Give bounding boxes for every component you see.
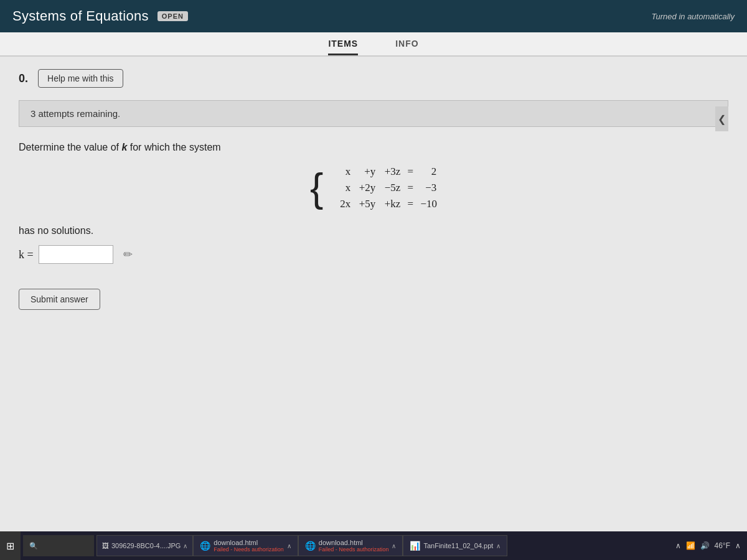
browser-icon-2: 🌐 bbox=[305, 541, 316, 551]
eq3-value: −10 bbox=[418, 198, 437, 210]
browser-icon-1: 🌐 bbox=[200, 541, 210, 551]
brace-icon: { bbox=[310, 168, 323, 208]
eq3-term2: +5y bbox=[353, 198, 375, 210]
taskbar-jpg-item[interactable]: 🖼 309629-8BC0-4....JPG ∧ bbox=[96, 535, 193, 556]
jpg-label: 309629-8BC0-4....JPG bbox=[111, 542, 181, 549]
eq3-var1: 2x bbox=[328, 198, 350, 210]
taskbar-search[interactable] bbox=[38, 542, 88, 549]
eq1-term3: +3z bbox=[378, 166, 400, 178]
notification-chevron[interactable]: ∧ bbox=[735, 541, 741, 550]
k-input-row: k = ✏ bbox=[19, 245, 728, 264]
attempts-remaining: 3 attempts remaining. bbox=[19, 100, 728, 127]
question-text: Determine the value of k for which the s… bbox=[19, 142, 728, 153]
chevron-up-icon[interactable]: ∧ bbox=[675, 541, 681, 550]
taskbar-download2[interactable]: 🌐 download.html Failed - Needs authoriza… bbox=[298, 535, 403, 556]
equation-row-1: x +y +3z = 2 bbox=[328, 166, 437, 178]
equations-block: x +y +3z = 2 x +2y −5z = −3 2x bbox=[328, 166, 437, 210]
ppt-name: TanFinite11_02_04.ppt bbox=[423, 542, 493, 549]
status-badge: OPEN bbox=[157, 11, 188, 21]
pencil-icon: ✏ bbox=[123, 248, 133, 261]
tab-items[interactable]: ITEMS bbox=[328, 39, 358, 55]
download2-name: download.html bbox=[319, 539, 389, 546]
taskbar-download1[interactable]: 🌐 download.html Failed - Needs authoriza… bbox=[193, 535, 298, 556]
eq1-equals: = bbox=[403, 166, 415, 178]
taskbar-ppt-item[interactable]: 📊 TanFinite11_02_04.ppt ∧ bbox=[403, 535, 507, 556]
submit-answer-button[interactable]: Submit answer bbox=[19, 289, 100, 310]
no-solutions-text: has no solutions. bbox=[19, 225, 728, 236]
download1-name: download.html bbox=[214, 539, 284, 546]
equation-row-2: x +2y −5z = −3 bbox=[328, 182, 437, 194]
eq2-term3: −5z bbox=[378, 182, 400, 194]
eq3-equals: = bbox=[403, 198, 415, 210]
ppt-icon: 📊 bbox=[410, 541, 420, 551]
app-header: Systems of Equations OPEN Turned in auto… bbox=[0, 0, 747, 32]
eq2-equals: = bbox=[403, 182, 415, 194]
temperature-display: 46°F bbox=[715, 541, 730, 550]
eq3-term3: +kz bbox=[378, 198, 400, 210]
eq2-var1: x bbox=[328, 182, 350, 194]
equation-system: { x +y +3z = 2 x +2y −5z = −3 bbox=[19, 166, 728, 210]
download2-status: Failed - Needs authorization bbox=[319, 546, 389, 553]
tab-bar: ITEMS INFO bbox=[0, 32, 747, 57]
speaker-icon: 🔊 bbox=[700, 541, 710, 550]
page-title: Systems of Equations bbox=[12, 8, 149, 24]
system-tray: ∧ 📶 🔊 46°F ∧ bbox=[669, 541, 747, 550]
taskbar-start[interactable]: ⊞ bbox=[0, 531, 21, 560]
help-button[interactable]: Help me with this bbox=[38, 69, 123, 88]
download1-status: Failed - Needs authorization bbox=[214, 546, 284, 553]
attempts-text: 3 attempts remaining. bbox=[31, 108, 120, 119]
main-content: 0. Help me with this ❮ 3 attempts remain… bbox=[0, 57, 747, 542]
question-header: 0. Help me with this bbox=[19, 69, 728, 88]
question-number: 0. bbox=[19, 72, 28, 85]
eq1-value: 2 bbox=[418, 166, 436, 178]
k-input-field[interactable] bbox=[39, 245, 113, 264]
eq1-term2: +y bbox=[353, 166, 375, 178]
tab-info[interactable]: INFO bbox=[395, 39, 418, 55]
eq1-var1: x bbox=[328, 166, 350, 178]
network-icon: 📶 bbox=[686, 541, 695, 550]
eq2-term2: +2y bbox=[353, 182, 375, 194]
chevron-right-icon[interactable]: ❮ bbox=[715, 106, 728, 131]
taskbar: ⊞ 🔍 🖼 309629-8BC0-4....JPG ∧ 🌐 download.… bbox=[0, 531, 747, 560]
content-wrapper: 0. Help me with this ❮ 3 attempts remain… bbox=[19, 69, 728, 310]
turned-in-label: Turned in automatically bbox=[652, 12, 735, 21]
equation-row-3: 2x +5y +kz = −10 bbox=[328, 198, 437, 210]
eq2-value: −3 bbox=[418, 182, 436, 194]
k-label: k = bbox=[19, 248, 34, 261]
